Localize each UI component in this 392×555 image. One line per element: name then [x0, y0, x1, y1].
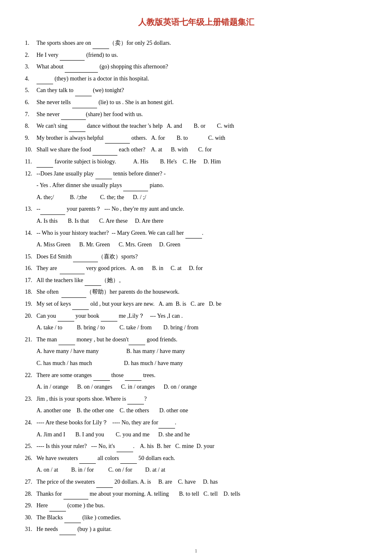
- question-5: 5. Can they talk to (we) tonight?: [25, 85, 367, 96]
- question-12b: - Yes . After dinner she usually plays p…: [37, 180, 367, 191]
- question-24a: 24. ---- Are these books for Lily？ ---- …: [25, 417, 367, 428]
- question-27: 27. The price of the sweaters 20 dollars…: [25, 477, 367, 488]
- questions-container: 1. The sports shoes are on （卖）for only 2…: [25, 38, 367, 535]
- question-20-options: A. take / to B. bring / to C. take / fro…: [37, 322, 367, 333]
- question-13a: 13. -- your parents？ --- No , they're my…: [25, 204, 367, 215]
- question-21-options-cd: C. has much / has much D. has much / hav…: [37, 358, 367, 369]
- question-21a: 21. The man money , but he doesn't good …: [25, 334, 367, 346]
- question-22-options: A. in / orange B. on / oranges C. in / o…: [37, 382, 367, 393]
- question-8: 8. We can't sing dance without the teach…: [25, 121, 367, 132]
- question-23a: 23. Jim , this is your sports shoe. Wher…: [25, 394, 367, 405]
- question-23-options: A. another one B. the other one C. the o…: [37, 405, 367, 416]
- page-number: 1: [25, 548, 367, 554]
- question-13-options: A. Is this B. Is that C. Are these D. Ar…: [37, 216, 367, 227]
- question-11: 11. favorite subject is biology. A. His …: [25, 156, 367, 168]
- question-22a: 22. There are some oranges those trees.: [25, 370, 367, 381]
- question-2: 2. He I very (friend) to us.: [25, 50, 367, 61]
- question-3: 3. What about (go) shopping this afterno…: [25, 61, 367, 73]
- question-16: 16. They are very good prices. A. on B. …: [25, 263, 367, 274]
- question-4: 4. (they) mother is a doctor in this hos…: [25, 73, 367, 85]
- question-26-options: A. on / at B. in / for C. on / for D. at…: [37, 465, 367, 476]
- question-6: 6. She never tells (lie) to us . She is …: [25, 97, 367, 108]
- question-25: 25. ---- Is this your ruler? --- No, it'…: [25, 441, 367, 452]
- question-12a: 12. --Does Jane usually play tennis befo…: [25, 168, 367, 180]
- question-24-options: A. Jim and I B. I and you C. you and me …: [37, 429, 367, 441]
- question-10: 10. Shall we share the food each other? …: [25, 144, 367, 156]
- question-18: 18. She often （帮助）her parents do the hou…: [25, 287, 367, 298]
- question-17: 17. All the teachers like （她）。: [25, 275, 367, 286]
- question-28: 28. Thanks for me about your morning. A.…: [25, 489, 367, 500]
- question-14a: 14. -- Who is your history teacher? -- M…: [25, 228, 367, 239]
- question-26a: 26. We have sweaters all colors 50 dolla…: [25, 453, 367, 464]
- question-29: 29. Here (come ) the bus.: [25, 500, 367, 511]
- question-12-options: A. the;/ B. /;the C. the; the D. / ;/: [37, 192, 367, 203]
- question-19: 19. My set of keys old , but your keys a…: [25, 299, 367, 310]
- question-14-options: A. Miss Green B. Mr. Green C. Mrs. Green…: [37, 239, 367, 251]
- question-30: 30. The Blacks (like ) comedies.: [25, 512, 367, 523]
- question-31: 31. He needs (buy ) a guitar.: [25, 524, 367, 535]
- page-title: 人教版英语七年级上册错题集汇: [25, 17, 367, 28]
- question-9: 9. My brother is always helpful others. …: [25, 133, 367, 144]
- question-21-options-ab: A. have many / have many B. has many / h…: [37, 346, 367, 357]
- question-15: 15. Does Ed Smith （喜欢）sports?: [25, 251, 367, 263]
- question-1: 1. The sports shoes are on （卖）for only 2…: [25, 38, 367, 49]
- question-20a: 20. Can you your book me ,Lily？ --- Yes …: [25, 311, 367, 322]
- question-7: 7. She never (share) her food with us.: [25, 109, 367, 120]
